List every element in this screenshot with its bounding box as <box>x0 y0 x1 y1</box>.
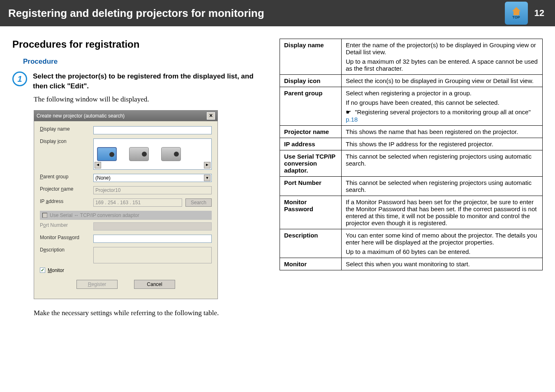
td-description: You can enter some kind of memo about th… <box>342 229 543 258</box>
row-display-name-desc: Display name Enter the name of the proje… <box>280 39 543 75</box>
td-monitor-password: If a Monitor Password has been set for t… <box>342 196 543 229</box>
td-display-icon: Select the icon(s) to be displayed in Gr… <box>342 75 543 87</box>
section-heading: Procedures for registration <box>12 39 263 50</box>
row-ip-address: IP address Search <box>40 198 212 207</box>
row-display-icon-desc: Display icon Select the icon(s) to be di… <box>280 75 543 87</box>
properties-table: Display name Enter the name of the proje… <box>280 39 543 270</box>
note-text: Make the necessary settings while referr… <box>34 309 263 317</box>
label-monitor: Monitor <box>48 267 64 273</box>
row-description-desc: Description You can enter some kind of m… <box>280 229 543 258</box>
td-display-name: Enter the name of the projector(s) to be… <box>342 39 543 75</box>
row-projector-name: Projector name <box>40 186 212 194</box>
row-monitor-desc: Monitor Select this when you want monito… <box>280 258 543 270</box>
content-area: Procedures for registration Procedure 1 … <box>0 26 555 325</box>
projector-icon-blue[interactable] <box>97 147 117 161</box>
label-monitor-password: Monitor Password <box>40 235 93 240</box>
display-icon-picker[interactable]: ◄ ► <box>93 138 212 170</box>
home-roof-icon <box>512 7 520 11</box>
parent-group-p1: Select when registering a projector in a… <box>346 90 538 97</box>
ip-address-input <box>93 198 182 207</box>
dialog-title: Create new projector (automatic search) <box>37 113 125 119</box>
description-textarea[interactable] <box>93 247 212 263</box>
dialog-titlebar: Create new projector (automatic search) … <box>34 111 217 121</box>
search-button[interactable]: Search <box>185 198 212 207</box>
td-projector-name: This shows the name that has been regist… <box>342 126 543 138</box>
td-ip-address: This shows the IP address for the regist… <box>342 138 543 150</box>
left-column: Procedures for registration Procedure 1 … <box>12 39 263 317</box>
close-icon[interactable]: × <box>207 112 215 120</box>
register-button[interactable]: Register <box>76 280 118 289</box>
parent-group-p2: If no groups have been created, this can… <box>346 99 538 106</box>
row-use-serial-desc: Use Serial TCP/IP conversion adaptor. Th… <box>280 150 543 177</box>
parent-group-ref: "Registering several projectors to a mon… <box>355 108 531 115</box>
label-description: Description <box>40 247 93 253</box>
dialog-body: Display name Display icon ◄ ► Parent gro… <box>34 121 217 299</box>
procedure-heading[interactable]: Procedure <box>23 58 58 66</box>
display-name-input[interactable] <box>93 126 212 134</box>
step-instruction: Select the projector(s) to be registered… <box>33 71 263 91</box>
label-parent-group: Parent group <box>40 174 93 180</box>
header-right: TOP 12 <box>505 2 547 25</box>
chevron-down-icon[interactable]: ▼ <box>204 175 210 181</box>
row-monitor-password-desc: Monitor Password If a Monitor Password h… <box>280 196 543 229</box>
row-monitor: ✓ Monitor <box>40 267 212 273</box>
monitor-checkbox[interactable]: ✓ <box>40 267 45 273</box>
th-ip-address: IP address <box>280 138 342 150</box>
th-parent-group: Parent group <box>280 87 342 126</box>
scroll-right-icon[interactable]: ► <box>204 162 210 168</box>
description-p1: You can enter some kind of memo about th… <box>346 232 538 246</box>
step-subtext: The following window will be displayed. <box>34 95 263 104</box>
row-parent-group: Parent group (None) ▼ <box>40 174 212 182</box>
cancel-button[interactable]: Cancel <box>134 280 175 289</box>
projector-icon-gray-1[interactable] <box>129 147 149 161</box>
display-name-p2: Up to a maximum of 32 bytes can be enter… <box>346 58 538 72</box>
create-projector-dialog: Create new projector (automatic search) … <box>34 110 218 299</box>
td-monitor: Select this when you want monitoring to … <box>342 258 543 270</box>
td-port-number: This cannot be selected when registering… <box>342 177 543 196</box>
display-name-p1: Enter the name of the projector(s) to be… <box>346 42 538 55</box>
port-number-input <box>93 222 212 231</box>
th-monitor-password: Monitor Password <box>280 196 342 229</box>
step-number-badge: 1 <box>12 71 27 86</box>
td-parent-group: Select when registering a projector in a… <box>342 87 543 126</box>
row-parent-group-desc: Parent group Select when registering a p… <box>280 87 543 126</box>
top-home-icon[interactable]: TOP <box>505 2 528 25</box>
page-18-link[interactable]: p.18 <box>346 116 358 123</box>
parent-group-value: (None) <box>95 175 111 181</box>
th-display-icon: Display icon <box>280 75 342 87</box>
th-projector-name: Projector name <box>280 126 342 138</box>
row-description: Description <box>40 247 212 263</box>
step-1: 1 Select the projector(s) to be register… <box>12 71 263 91</box>
row-display-name: Display name <box>40 126 212 134</box>
row-ip-address-desc: IP address This shows the IP address for… <box>280 138 543 150</box>
parent-group-p3: ☛ "Registering several projectors to a m… <box>346 108 538 123</box>
row-monitor-password: Monitor Password <box>40 235 212 243</box>
th-use-serial: Use Serial TCP/IP conversion adaptor. <box>280 150 342 177</box>
use-serial-checkbox <box>42 213 47 218</box>
description-p2: Up to a maximum of 60 bytes can be enter… <box>346 248 538 255</box>
th-display-name: Display name <box>280 39 342 75</box>
projector-icon-gray-2[interactable] <box>161 147 181 161</box>
page-header: Registering and deleting projectors for … <box>0 0 555 26</box>
row-port-number-desc: Port Number This cannot be selected when… <box>280 177 543 196</box>
scroll-left-icon[interactable]: ◄ <box>95 162 101 168</box>
parent-group-select[interactable]: (None) ▼ <box>93 174 212 182</box>
home-base-icon <box>513 11 519 15</box>
th-port-number: Port Number <box>280 177 342 196</box>
page-number: 12 <box>532 8 547 18</box>
hand-pointer-icon: ☛ <box>346 108 353 116</box>
row-use-serial: Use Serial ↔ TCP/IP conversion adaptor <box>40 211 212 220</box>
dialog-buttons: Register Cancel <box>40 277 212 294</box>
td-use-serial: This cannot be selected when registering… <box>342 150 543 177</box>
row-projector-name-desc: Projector name This shows the name that … <box>280 126 543 138</box>
label-projector-name: Projector name <box>40 186 93 192</box>
right-column: Display name Enter the name of the proje… <box>280 39 543 317</box>
label-ip-address: IP address <box>40 198 93 204</box>
label-display-icon: Display icon <box>40 138 93 144</box>
projector-name-input <box>93 186 212 194</box>
label-use-serial: Use Serial ↔ TCP/IP conversion adaptor <box>50 212 139 218</box>
label-display-name: Display name <box>40 126 93 132</box>
page-title: Registering and deleting projectors for … <box>8 7 264 20</box>
th-monitor: Monitor <box>280 258 342 270</box>
monitor-password-input[interactable] <box>93 235 212 243</box>
